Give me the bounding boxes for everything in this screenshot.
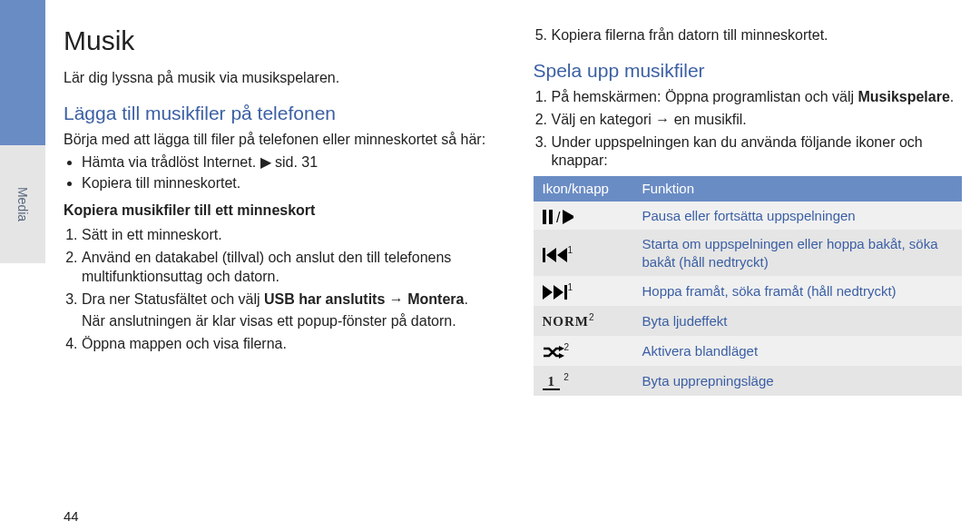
sidebar-label: Media xyxy=(15,187,30,221)
repeat-one-icon: 1 xyxy=(543,374,561,390)
play-step-1: På hemskärmen: Öppna programlistan och v… xyxy=(552,88,963,107)
cell-func-skip-back: Starta om uppspelningen eller hoppa bakå… xyxy=(633,230,963,276)
play-step-1c: . xyxy=(950,89,954,104)
intro-text: Lär dig lyssna på musik via musikspelare… xyxy=(64,69,493,88)
svg-marker-3 xyxy=(563,210,573,224)
copy-step-3-dot: . xyxy=(464,291,467,307)
copy-step-3-usb-bold: USB har anslutits xyxy=(264,291,385,307)
sidebar-accent xyxy=(0,0,45,145)
bullet-copy-card: Kopiera till minneskortet. xyxy=(82,174,493,193)
heading-add-files: Lägga till musikfiler på telefonen xyxy=(64,101,493,125)
table-header-row: Ikon/knapp Funktion xyxy=(534,176,963,202)
cell-func-pause-play: Pausa eller fortsätta uppspelningen xyxy=(633,202,963,231)
superscript: 2 xyxy=(589,312,594,322)
skip-back-icon xyxy=(543,248,568,262)
cell-icon-norm: NORM2 xyxy=(534,306,633,337)
copy-step-2: Använd en datakabel (tillval) och anslut… xyxy=(82,249,493,287)
play-step-3: Under uppspelningen kan du använda följa… xyxy=(552,133,963,172)
bullet-wireless-text-b: sid. 31 xyxy=(271,154,318,170)
shuffle-icon xyxy=(543,345,564,359)
svg-text:/: / xyxy=(556,210,561,224)
copy-step-3: Dra ner Statusfältet och välj USB har an… xyxy=(82,290,493,332)
superscript: 1 xyxy=(568,282,573,292)
heading-copy-to-card: Kopiera musikfiler till ett minneskort xyxy=(64,202,493,221)
page-title: Musik xyxy=(64,23,493,58)
copy-step-1: Sätt in ett minneskort. xyxy=(82,226,493,245)
play-steps: På hemskärmen: Öppna programlistan och v… xyxy=(534,88,963,171)
svg-marker-6 xyxy=(557,248,567,262)
cell-func-norm: Byta ljudeffekt xyxy=(633,306,963,337)
icon-function-table: Ikon/knapp Funktion / Pausa eller fortsä… xyxy=(534,176,963,396)
svg-marker-8 xyxy=(554,285,564,300)
cell-func-repeat-one: Byta upprepningsläge xyxy=(633,366,963,397)
table-row: 1 Starta om uppspelningen eller hoppa ba… xyxy=(534,230,963,276)
table-row: NORM2 Byta ljudeffekt xyxy=(534,306,963,337)
copy-steps-continued: Kopiera filerna från datorn till minnesk… xyxy=(534,26,963,45)
add-files-bullets: Hämta via trådlöst Internet. ▶ sid. 31 K… xyxy=(64,153,493,193)
svg-marker-5 xyxy=(546,248,556,262)
svg-marker-11 xyxy=(559,353,564,359)
left-column: Musik Lär dig lyssna på musik via musiks… xyxy=(64,23,493,522)
cell-func-skip-forward: Hoppa framåt, söka framåt (håll nedtryck… xyxy=(633,276,963,306)
th-function: Funktion xyxy=(633,176,963,202)
superscript: 2 xyxy=(564,342,570,352)
cell-icon-skip-back: 1 xyxy=(534,230,633,276)
play-step-1a: På hemskärmen: Öppna programlistan och v… xyxy=(552,89,858,104)
heading-play-files: Spela upp musikfiler xyxy=(534,58,963,83)
table-row: 2 Aktivera blandläget xyxy=(534,336,963,366)
svg-rect-0 xyxy=(543,210,546,224)
bullet-wireless-text-a: Hämta via trådlöst Internet. xyxy=(82,154,260,170)
bullet-wireless: Hämta via trådlöst Internet. ▶ sid. 31 xyxy=(82,153,493,172)
add-files-intro: Börja med att lägga till filer på telefo… xyxy=(64,131,493,150)
table-row: / Pausa eller fortsätta uppspelningen xyxy=(534,202,963,231)
copy-step-3-mount-bold: Montera xyxy=(407,291,464,307)
page-number: 44 xyxy=(64,508,79,524)
table-row: 1 Hoppa framåt, söka framåt (håll nedtry… xyxy=(534,276,963,306)
svg-marker-7 xyxy=(543,285,553,300)
copy-step-3a: Dra ner Statusfältet och välj xyxy=(82,291,264,307)
main: Musik Lär dig lyssna på musik via musiks… xyxy=(64,23,962,522)
play-step-2: Välj en kategori → en musikfil. xyxy=(552,111,963,130)
right-column: Kopiera filerna från datorn till minnesk… xyxy=(534,23,963,522)
cell-icon-repeat-one: 1 2 xyxy=(534,366,633,397)
skip-forward-icon xyxy=(543,285,568,300)
copy-step-5: Kopiera filerna från datorn till minnesk… xyxy=(552,26,963,45)
cell-icon-shuffle: 2 xyxy=(534,336,633,366)
copy-step-4: Öppna mappen och visa filerna. xyxy=(82,335,493,354)
table-row: 1 2 Byta upprepningsläge xyxy=(534,366,963,397)
th-icon: Ikon/knapp xyxy=(534,176,633,202)
triangle-right-icon: ▶ xyxy=(260,153,271,172)
pause-play-icon: / xyxy=(543,210,573,224)
norm-icon: NORM xyxy=(543,314,590,329)
copy-steps: Sätt in ett minneskort. Använd en dataka… xyxy=(64,226,493,354)
superscript: 2 xyxy=(564,372,569,382)
cell-icon-pause-play: / xyxy=(534,202,633,231)
svg-rect-4 xyxy=(543,248,545,262)
cell-icon-skip-forward: 1 xyxy=(534,276,633,306)
superscript: 1 xyxy=(568,245,573,255)
cell-func-shuffle: Aktivera blandläget xyxy=(633,336,963,366)
sidebar: Media xyxy=(0,0,45,531)
play-step-1-app-bold: Musikspelare xyxy=(858,89,949,104)
sidebar-tab: Media xyxy=(0,145,45,263)
svg-rect-9 xyxy=(564,285,567,300)
copy-step-3-arrow: → xyxy=(385,291,407,307)
svg-rect-1 xyxy=(549,210,553,224)
copy-step-3-note: När anslutningen är klar visas ett popup… xyxy=(82,312,493,331)
